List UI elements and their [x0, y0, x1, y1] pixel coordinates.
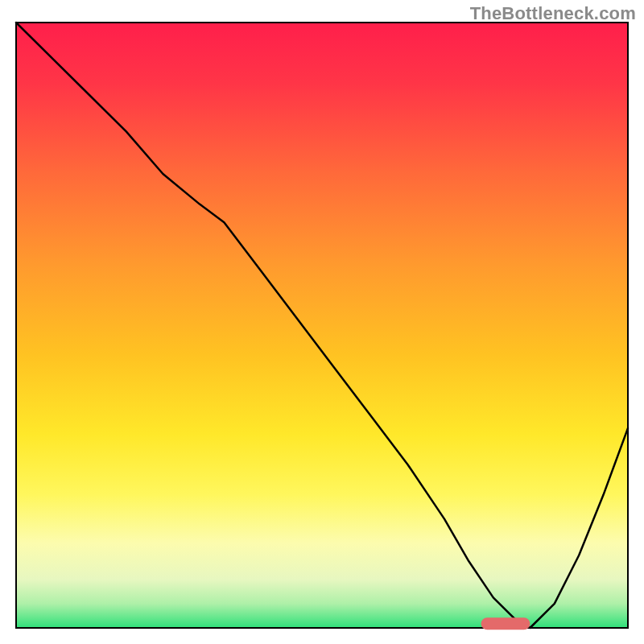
optimal-marker: [481, 617, 530, 630]
bottleneck-chart: [0, 0, 644, 644]
chart-frame: TheBottleneck.com: [0, 0, 644, 644]
watermark-text: TheBottleneck.com: [470, 3, 636, 24]
